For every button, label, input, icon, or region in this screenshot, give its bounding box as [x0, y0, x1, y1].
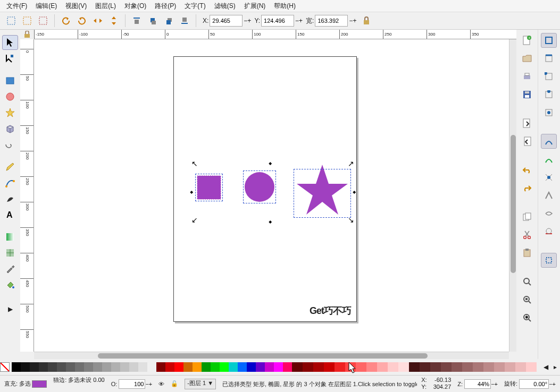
opacity-plus[interactable]: + [149, 381, 152, 387]
swatch[interactable] [274, 362, 283, 372]
canvas[interactable]: Get巧不巧 ↖ ⬥ ↗ ⬥ ⬥ ↙ ⬥ ↘ [34, 39, 509, 352]
swatch[interactable] [156, 362, 165, 372]
swatch[interactable] [84, 362, 93, 372]
import-icon[interactable] [519, 116, 535, 131]
snap-other-icon[interactable] [541, 253, 557, 268]
x-plus[interactable]: + [247, 17, 251, 24]
swatch[interactable] [21, 362, 30, 372]
rotation-input[interactable] [519, 379, 549, 389]
export-icon[interactable] [519, 134, 535, 149]
palette-scroll-left-icon[interactable]: ◀ [541, 359, 550, 375]
handle-sw[interactable]: ↙ [191, 217, 198, 223]
swatch[interactable] [12, 362, 21, 372]
swatch[interactable] [174, 362, 183, 372]
open-doc-icon[interactable] [519, 51, 535, 66]
swatch[interactable] [441, 362, 452, 372]
x-minus[interactable]: − [244, 17, 247, 24]
copy-icon[interactable] [519, 209, 535, 224]
swatch[interactable] [526, 362, 537, 372]
snap-center-icon[interactable] [541, 105, 557, 120]
calligraphy-tool-icon[interactable] [2, 191, 18, 206]
rotate-ccw-icon[interactable] [59, 14, 73, 28]
swatch[interactable] [430, 362, 441, 372]
new-doc-icon[interactable]: + [519, 33, 535, 48]
handle-n[interactable]: ⬥ [268, 159, 274, 166]
swatch[interactable] [494, 362, 505, 372]
zoom-input[interactable] [464, 379, 491, 389]
snap-intersect-icon[interactable] [541, 170, 557, 185]
fill-indicator[interactable]: 直充: 多选 [2, 377, 49, 391]
swatch[interactable] [356, 362, 366, 372]
swatch[interactable] [102, 362, 111, 372]
swatch[interactable] [388, 362, 398, 372]
menu-filter[interactable]: 滤镜(S) [210, 1, 240, 12]
select-all-icon[interactable] [4, 14, 18, 28]
lower-icon[interactable] [162, 14, 175, 28]
print-icon[interactable] [519, 69, 535, 84]
handle-e[interactable]: ⬥ [352, 188, 358, 194]
bezier-tool-icon[interactable] [2, 175, 18, 190]
node-tool-icon[interactable] [2, 51, 18, 66]
layer-lock-icon[interactable]: 🔓 [169, 377, 180, 391]
snap-corner-icon[interactable] [541, 69, 557, 84]
swatch[interactable] [283, 362, 292, 372]
swatch[interactable] [313, 362, 324, 372]
layer-visibility-icon[interactable]: 👁 [156, 377, 166, 391]
handle-ne[interactable]: ↗ [348, 160, 354, 167]
text-tool-icon[interactable]: A [2, 207, 18, 222]
stroke-indicator[interactable]: 猫边: 多选未设 0.00 [51, 377, 107, 391]
swatch[interactable] [211, 362, 220, 372]
zoom-page-icon[interactable] [519, 292, 535, 307]
rotation-control[interactable]: 旋转: −+ [502, 377, 558, 391]
zoom-plus[interactable]: + [495, 381, 498, 387]
snap-edge-icon[interactable] [541, 51, 557, 66]
swatch[interactable] [120, 362, 129, 372]
swatch[interactable] [292, 362, 303, 372]
snap-nodes-icon[interactable] [541, 134, 557, 149]
menu-object[interactable]: 对象(O) [120, 1, 151, 12]
snap-cusp-icon[interactable] [541, 188, 557, 203]
swatch[interactable] [138, 362, 147, 372]
no-fill-swatch[interactable] [0, 362, 10, 372]
paste-icon[interactable] [519, 245, 535, 260]
menu-extension[interactable]: 扩展(N) [240, 1, 270, 12]
handle-se[interactable]: ↘ [348, 217, 354, 223]
select-same-icon[interactable] [20, 14, 34, 28]
swatch[interactable] [75, 362, 84, 372]
handle-nw[interactable]: ↖ [191, 160, 198, 167]
spiral-tool-icon[interactable] [2, 137, 18, 152]
swatch[interactable] [30, 362, 39, 372]
scrollbar-horizontal[interactable] [34, 352, 509, 359]
swatch[interactable] [93, 362, 102, 372]
swatch[interactable] [48, 362, 57, 372]
palette-menu-icon[interactable]: ▸ [550, 359, 560, 375]
snap-tangent-icon[interactable] [541, 224, 557, 239]
opacity-control[interactable]: O: −+ [109, 377, 155, 391]
snap-smooth-icon[interactable] [541, 206, 557, 221]
swatch[interactable] [345, 362, 356, 372]
flip-h-icon[interactable] [91, 14, 105, 28]
swatch[interactable] [377, 362, 388, 372]
raise-icon[interactable] [146, 14, 160, 28]
swatch[interactable] [256, 362, 265, 372]
3dbox-tool-icon[interactable] [2, 121, 18, 136]
x-input[interactable] [210, 15, 243, 27]
swatch[interactable] [398, 362, 409, 372]
gradient-tool-icon[interactable] [2, 229, 18, 244]
swatch[interactable] [129, 362, 138, 372]
zoom-fit-icon[interactable] [519, 274, 535, 289]
pencil-tool-icon[interactable] [2, 159, 18, 174]
snap-bbox-icon[interactable] [541, 33, 557, 48]
swatch[interactable] [220, 362, 229, 372]
swatch[interactable] [515, 362, 526, 372]
snap-path-icon[interactable] [541, 152, 557, 167]
handle-w[interactable]: ⬥ [189, 188, 196, 194]
swatch[interactable] [505, 362, 515, 372]
scrollbar-vertical[interactable] [509, 39, 516, 352]
swatch[interactable] [366, 362, 377, 372]
raise-top-icon[interactable] [130, 14, 144, 28]
swatch[interactable] [324, 362, 335, 372]
circle-tool-icon[interactable] [2, 89, 18, 104]
rect-tool-icon[interactable] [2, 73, 18, 88]
menu-path[interactable]: 路径(P) [151, 1, 180, 12]
